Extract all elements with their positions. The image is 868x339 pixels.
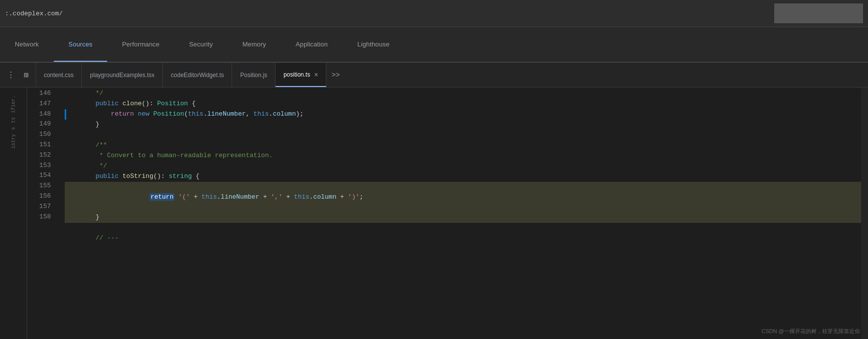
code-line-146: */ [65,88,861,99]
method-tostring: toString [122,171,153,182]
sidebar-text-istry: istry [11,134,16,149]
breakpoint-indicator [65,109,66,120]
code-line-147: public clone(): Position { [65,99,861,109]
line-number-147: 147 [33,99,51,109]
close-position-ts-icon[interactable]: × [314,71,318,78]
str-155b: ',' [271,193,282,201]
punct-155g: + [336,193,348,201]
this-148b: this [253,109,269,120]
watermark: CSDN @一棵开花的树，枝芽无限靠近你 [762,328,860,335]
return-highlight-155: return [150,193,175,201]
tab-performance[interactable]: Performance [107,27,174,62]
punct-148d: . [269,109,273,120]
line-number-149: 149 [33,119,51,129]
tab-sources[interactable]: Sources [54,27,108,62]
sidebar-panel: ifier. ts s istry [0,87,27,339]
line-number-155: 155 [33,181,51,191]
code-line-151: /** [65,140,861,151]
code-line-153: */ [65,161,861,171]
punct-148c: , [246,109,254,120]
file-tab-code-editor-ts[interactable]: codeEditorWidget.ts [163,63,232,87]
type-string-154: string [169,171,192,182]
line-number-150: 150 [33,129,51,140]
code-line-152-content: * Convert to a human-readable representa… [65,151,273,161]
file-tab-content-css-label: content.css [44,72,74,79]
punct-155c: . [217,193,221,201]
punct-155d: + [259,193,271,201]
code-content: 146 147 148 149 150 151 152 153 154 155 … [27,87,868,339]
kw-public-154: public [65,171,122,182]
punct-147: (): [142,99,157,109]
file-tab-code-editor-ts-label: codeEditorWidget.ts [171,72,224,79]
code-line-150 [65,130,861,140]
tab-application[interactable]: Application [281,27,343,62]
line-number-148: 148 [33,109,51,120]
punct-154b: { [192,171,199,182]
code-line-152: * Convert to a human-readable representa… [65,151,861,161]
tab-memory[interactable]: Memory [228,27,281,62]
scrollbar[interactable] [861,87,868,339]
devtools-tab-bar: Network Sources Performance Security Mem… [0,27,868,63]
code-line-149-content: } [65,120,99,130]
browser-preview [774,3,863,23]
file-tabs-icons: ⋮ ⊞ [0,63,36,87]
this-155b: this [294,193,309,201]
tab-network[interactable]: Network [0,27,54,62]
code-line-148: return new Position(this.lineNumber, thi… [65,109,861,120]
prop-column-148: column [273,109,296,120]
line-number-157: 157 [33,202,51,212]
file-tab-playground-tsx-label: playgroundExamples.tsx [90,72,155,79]
code-lines: */ public clone(): Position { return new… [57,87,861,339]
code-line-153-content: */ [65,161,107,171]
tab-security[interactable]: Security [174,27,228,62]
line-number-153: 153 [33,161,51,171]
code-line-149: } [65,120,861,130]
kw-return-148: return [65,109,138,120]
code-line-151-content: /** [65,140,107,151]
tab-lighthouse[interactable]: Lighthouse [343,27,404,62]
method-clone: clone [122,99,142,109]
file-tab-position-ts[interactable]: position.ts × [276,63,326,87]
browser-url: :.codeplex.com/ [5,10,63,17]
type-position-147: Position [157,99,188,109]
kw-public-147: public [65,99,122,109]
code-editor[interactable]: 146 147 148 149 150 151 152 153 154 155 … [27,87,868,339]
code-line-156-content: } [65,212,99,223]
code-line-158-content: // --- [65,233,118,244]
code-line-156: } [65,212,861,223]
line-number-158: 158 [33,212,51,222]
this-148a: this [188,109,203,120]
punct-148e: ); [296,109,304,120]
punct-155h: ; [359,193,363,201]
kw-new-148: new [138,109,153,120]
prop-column-155: column [313,193,336,201]
punct-155b: + [190,193,201,201]
punct-147b: { [188,99,196,109]
menu-icon[interactable]: ⋮ [4,68,18,82]
line-number-146: 146 [33,88,51,99]
line-number-152: 152 [33,150,51,161]
main-content: ifier. ts s istry 146 147 148 149 150 15… [0,87,868,339]
browser-bar: :.codeplex.com/ [0,0,868,27]
type-position-148: Position [153,109,184,120]
file-tab-playground-tsx[interactable]: playgroundExamples.tsx [82,63,163,87]
prop-lineNumber-148: lineNumber [207,109,246,120]
line-number-151: 151 [33,140,51,150]
sidebar-text-s: s [11,127,16,130]
this-155a: this [201,193,217,201]
file-tab-position-ts-label: position.ts [283,71,310,78]
code-line-157 [65,223,861,233]
str-155a: '(' [178,193,190,201]
sidebar-text-ifier: ifier. [11,95,16,113]
sidebar-text-ts: ts [11,117,16,123]
file-tab-position-js[interactable]: Position.js [232,63,276,87]
code-line-146-content: */ [65,88,103,99]
file-tabs-bar: ⋮ ⊞ content.css playgroundExamples.tsx c… [0,63,868,87]
code-line-154: public toString(): string { [65,171,861,182]
sidebar-toggle-icon[interactable]: ⊞ [21,68,32,82]
punct-154a: (): [153,171,168,182]
tabs-overflow-btn[interactable]: >> [326,71,345,79]
file-tab-content-css[interactable]: content.css [36,63,82,87]
punct-148b: . [203,109,207,120]
str-155c: ')' [348,193,359,201]
